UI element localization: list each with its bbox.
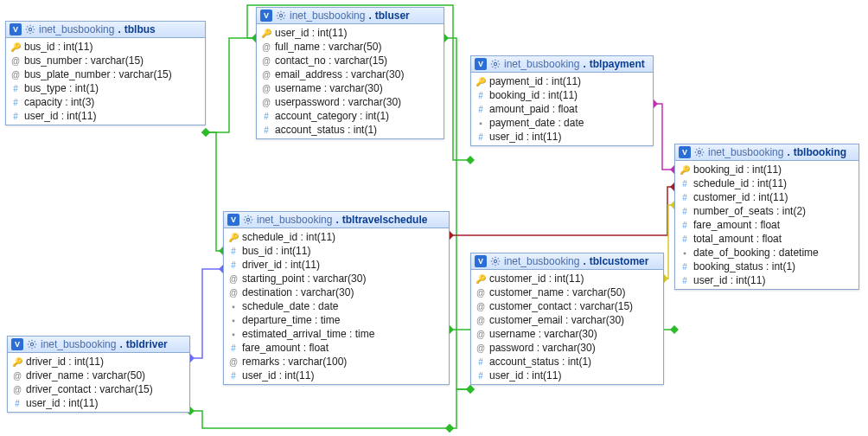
column-row[interactable]: ▪estimated_arrival_time : time [224,327,449,341]
column-row[interactable]: #fare_amount : float [675,218,858,232]
column-row[interactable]: @driver_contact : varchar(15) [8,382,189,396]
svg-line-84 [35,341,35,342]
column-label: schedule_id : int(11) [242,231,335,243]
table-header[interactable]: Vinet_busbooking.tblpayment [471,56,653,73]
column-row[interactable]: #user_id : int(11) [6,109,205,123]
at-icon: @ [476,315,485,325]
hash-icon: # [262,111,271,121]
column-row[interactable]: #schedule_id : int(11) [675,176,858,190]
column-row[interactable]: @customer_email : varchar(30) [471,313,663,327]
table-header[interactable]: Vinet_busbooking.tbluser [257,8,444,24]
svg-line-63 [245,216,246,217]
column-row[interactable]: @remarks : varchar(100) [224,355,449,369]
column-row[interactable]: 🔑payment_id : int(11) [471,74,653,88]
column-row[interactable]: 🔑schedule_id : int(11) [224,230,449,244]
table-header[interactable]: Vinet_busbooking.tbltravelschedule [224,212,449,228]
column-row[interactable]: #booking_id : int(11) [471,88,653,102]
column-row[interactable]: #account_status : int(1) [257,123,444,137]
column-label: capacity : int(3) [24,96,94,108]
column-row[interactable]: @full_name : varchar(50) [257,40,444,54]
column-label: customer_contact : varchar(15) [489,300,633,312]
column-row[interactable]: @username : varchar(30) [471,327,663,341]
svg-line-27 [27,26,28,27]
column-row[interactable]: #user_id : int(11) [224,369,449,382]
column-row[interactable]: #capacity : int(3) [6,95,205,109]
gear-icon[interactable] [243,215,253,225]
column-row[interactable]: ▪departure_time : time [224,313,449,327]
hash-icon: # [680,178,689,189]
column-row[interactable]: #fare_amount : float [224,341,449,355]
column-row[interactable]: #number_of_seats : int(2) [675,204,858,218]
columns-list: 🔑booking_id : int(11)#schedule_id : int(… [675,161,858,289]
column-row[interactable]: @username : varchar(30) [257,81,444,95]
gear-icon[interactable] [694,147,705,157]
column-row[interactable]: @driver_name : varchar(50) [8,369,189,382]
column-row[interactable]: #amount_paid : float [471,102,653,116]
column-row[interactable]: #bus_type : int(1) [6,81,205,95]
column-label: account_category : int(1) [275,110,389,122]
column-label: customer_id : int(11) [489,272,584,285]
column-row[interactable]: @email_address : varchar(30) [257,67,444,81]
svg-line-48 [498,61,499,61]
column-row[interactable]: @customer_contact : varchar(15) [471,299,663,313]
view-badge-icon: V [475,58,487,70]
date-icon: ▪ [229,315,238,325]
column-row[interactable]: #driver_id : int(11) [224,258,449,272]
at-icon: @ [476,301,485,311]
table-tblpayment[interactable]: Vinet_busbooking.tblpayment🔑payment_id :… [470,55,654,146]
table-tbldriver[interactable]: Vinet_busbooking.tbldriver🔑driver_id : i… [7,336,190,413]
column-row[interactable]: 🔑customer_id : int(11) [471,272,663,285]
column-row[interactable]: 🔑bus_id : int(11) [6,40,205,54]
column-label: fare_amount : float [693,219,780,231]
column-row[interactable]: #user_id : int(11) [8,396,189,410]
gear-icon[interactable] [490,256,501,266]
column-row[interactable]: @bus_plate_number : varchar(15) [6,67,205,81]
table-header[interactable]: Vinet_busbooking.tbldriver [8,337,189,353]
date-icon: ▪ [229,329,238,339]
at-icon: @ [13,384,22,394]
column-row[interactable]: @customer_name : varchar(50) [471,285,663,299]
table-header[interactable]: Vinet_busbooking.tblbooking [675,144,858,161]
column-row[interactable]: ▪schedule_date : date [224,299,449,313]
svg-line-37 [284,18,284,19]
column-row[interactable]: @userpassword : varchar(30) [257,95,444,109]
table-tblcustomer[interactable]: Vinet_busbooking.tblcustomer🔑customer_id… [470,253,664,385]
column-label: booking_id : int(11) [693,164,782,176]
column-row[interactable]: @contact_no : varchar(15) [257,54,444,67]
column-row[interactable]: #user_id : int(11) [471,130,653,144]
gear-icon[interactable] [490,59,501,69]
column-label: destination : varchar(30) [242,286,354,298]
at-icon: @ [476,343,485,353]
column-row[interactable]: #bus_id : int(11) [224,244,449,258]
table-header[interactable]: Vinet_busbooking.tblbus [6,22,205,38]
column-row[interactable]: 🔑booking_id : int(11) [675,163,858,176]
key-icon: 🔑 [13,356,22,367]
column-row[interactable]: @password : varchar(30) [471,341,663,355]
gear-icon[interactable] [25,24,35,35]
column-row[interactable]: @starting_point : varchar(30) [224,272,449,285]
column-label: customer_id : int(11) [693,191,788,203]
column-row[interactable]: #total_amount : float [675,232,858,246]
column-row[interactable]: #account_category : int(1) [257,109,444,123]
table-tbltravelschedule[interactable]: Vinet_busbooking.tbltravelschedule🔑sched… [223,211,450,385]
column-row[interactable]: ▪date_of_booking : datetime [675,246,858,260]
column-row[interactable]: 🔑driver_id : int(11) [8,355,189,369]
column-row[interactable]: @destination : varchar(30) [224,285,449,299]
column-row[interactable]: #booking_status : int(1) [675,260,858,273]
column-row[interactable]: #account_status : int(1) [471,355,663,369]
column-row[interactable]: #user_id : int(11) [675,273,858,287]
at-icon: @ [262,69,271,80]
column-row[interactable]: 🔑user_id : int(11) [257,26,444,40]
column-row[interactable]: #customer_id : int(11) [675,190,858,204]
gear-icon[interactable] [27,339,37,349]
table-tbluser[interactable]: Vinet_busbooking.tbluser🔑user_id : int(1… [256,7,444,139]
column-label: customer_name : varchar(50) [489,286,625,298]
table-tblbooking[interactable]: Vinet_busbooking.tblbooking🔑booking_id :… [674,144,859,290]
gear-icon[interactable] [276,10,286,21]
table-header[interactable]: Vinet_busbooking.tblcustomer [471,253,663,270]
column-row[interactable]: #user_id : int(11) [471,369,663,382]
column-row[interactable]: ▪payment_date : date [471,116,653,130]
column-row[interactable]: @bus_number : varchar(15) [6,54,205,67]
table-tblbus[interactable]: Vinet_busbooking.tblbus🔑bus_id : int(11)… [5,21,206,125]
svg-line-54 [696,149,697,150]
